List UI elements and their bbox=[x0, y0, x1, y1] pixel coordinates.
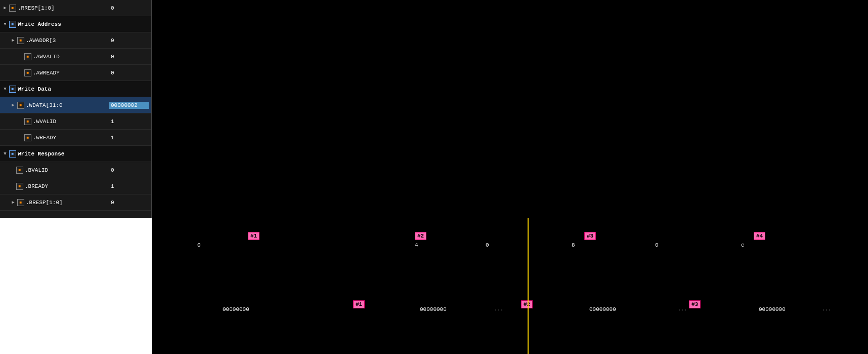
signal-icon-wready: ■ bbox=[24, 134, 31, 141]
signal-row-bready[interactable]: ■ .BREADY 1 bbox=[0, 178, 151, 194]
expand-icon-bresp[interactable]: ▶ bbox=[10, 200, 16, 206]
pink-label-wa2: #2 bbox=[415, 232, 426, 240]
signal-value-rresp: 0 bbox=[109, 5, 149, 11]
signal-row-wvalid[interactable]: ■ .WVALID 1 bbox=[0, 113, 151, 130]
signal-value-awready: 0 bbox=[109, 70, 149, 76]
signal-value-awvalid: 0 bbox=[109, 54, 149, 60]
signal-row-awaddr[interactable]: ▶ ■ .AWADDR[3 0 bbox=[0, 32, 151, 49]
wave-val-awaddr-0b: 0 bbox=[486, 242, 489, 248]
signal-value-bresp: 0 bbox=[109, 200, 149, 206]
wave-val-wdata-1: 00000000 bbox=[223, 306, 249, 312]
expand-icon-awaddr[interactable]: ▶ bbox=[10, 37, 16, 44]
expand-icon-write-data[interactable]: ▼ bbox=[2, 86, 8, 92]
expand-icon-write-address[interactable]: ▼ bbox=[2, 21, 8, 27]
signal-icon-bready: ■ bbox=[16, 183, 23, 190]
wave-val-wdata-2: 00000000 bbox=[420, 306, 447, 312]
expand-icon-write-response[interactable]: ▼ bbox=[2, 151, 8, 157]
signal-name-awready: .AWREADY bbox=[33, 70, 109, 76]
signal-icon-awready: ■ bbox=[24, 69, 31, 76]
signal-row-wready[interactable]: ■ .WREADY 1 bbox=[0, 130, 151, 146]
signal-icon-awaddr: ■ bbox=[17, 37, 24, 44]
signal-name-awaddr: .AWADDR[3 bbox=[26, 37, 109, 44]
signal-value-bready: 1 bbox=[109, 183, 149, 189]
wave-val-awaddr-4: 4 bbox=[415, 242, 418, 248]
signal-row-bvalid[interactable]: ■ .BVALID 0 bbox=[0, 162, 151, 178]
signal-name-bresp: .BRESP[1:0] bbox=[26, 200, 109, 206]
signal-row-write-address[interactable]: ▼ ■ Write Address bbox=[0, 16, 151, 32]
signal-icon-awvalid: ■ bbox=[24, 53, 31, 60]
signal-name-write-address: Write Address bbox=[18, 21, 109, 27]
signal-name-rresp: .RRESP[1:0] bbox=[18, 5, 109, 11]
expand-icon-rresp[interactable]: ▶ bbox=[2, 5, 8, 11]
signal-row-bresp[interactable]: ▶ ■ .BRESP[1:0] 0 bbox=[0, 194, 151, 211]
signal-row-wdata[interactable]: ▶ ■ .WDATA[31:0 00000002 bbox=[0, 97, 151, 113]
signal-row-write-response[interactable]: ▼ ■ Write Response bbox=[0, 146, 151, 162]
pink-label-wa3: #3 bbox=[584, 232, 596, 240]
signal-name-write-data: Write Data bbox=[18, 86, 109, 92]
wave-val-awaddr-8: 8 bbox=[572, 242, 575, 248]
signal-icon-wvalid: ■ bbox=[24, 118, 31, 125]
wave-val-awaddr-c: c bbox=[741, 242, 745, 248]
signal-row-awvalid[interactable]: ■ .AWVALID 0 bbox=[0, 49, 151, 65]
bottom-left-panel bbox=[0, 218, 152, 354]
signal-value-wready: 1 bbox=[109, 135, 149, 141]
signal-row-write-data[interactable]: ▼ ■ Write Data bbox=[0, 81, 151, 97]
wave-val-wdata-3: 00000000 bbox=[589, 306, 616, 312]
signal-icon-rresp: ■ bbox=[9, 5, 16, 12]
signal-icon-bresp: ■ bbox=[17, 199, 24, 206]
signal-name-bready: .BREADY bbox=[25, 183, 109, 189]
wave-val-wdata-dot2: ... bbox=[678, 306, 687, 312]
signal-name-bvalid: .BVALID bbox=[25, 167, 109, 173]
wave-val-awaddr-0a: 0 bbox=[197, 242, 201, 248]
signal-icon-write-address: ■ bbox=[9, 21, 16, 28]
pink-label-wd3: #3 bbox=[689, 300, 701, 308]
signal-name-write-response: Write Response bbox=[18, 151, 109, 157]
signal-value-bvalid: 0 bbox=[109, 167, 149, 173]
signal-icon-write-response: ■ bbox=[9, 150, 16, 158]
signal-row-rresp[interactable]: ▶ ■ .RRESP[1:0] 0 bbox=[0, 0, 151, 16]
wave-val-awaddr-0c: 0 bbox=[655, 242, 659, 248]
signal-name-wdata: .WDATA[31:0 bbox=[26, 102, 109, 108]
signal-name-wvalid: .WVALID bbox=[33, 119, 109, 125]
signal-icon-write-data: ■ bbox=[9, 86, 16, 93]
signal-value-wvalid: 1 bbox=[109, 119, 149, 125]
wave-val-wdata-dot3: ... bbox=[822, 306, 831, 312]
pink-label-wd1: #1 bbox=[353, 300, 365, 308]
signal-name-wready: .WREADY bbox=[33, 135, 109, 141]
signal-value-wdata: 00000002 bbox=[109, 102, 149, 109]
pink-label-wa1: #1 bbox=[248, 232, 259, 240]
cursor-line[interactable] bbox=[528, 218, 529, 354]
signal-icon-wdata: ■ bbox=[17, 102, 24, 109]
signal-icon-bvalid: ■ bbox=[16, 167, 23, 174]
pink-label-wa4: #4 bbox=[754, 232, 765, 240]
signal-value-awaddr: 0 bbox=[109, 37, 149, 44]
expand-icon-wdata[interactable]: ▶ bbox=[10, 102, 16, 108]
signal-list: ▶ ■ .RRESP[1:0] 0 ▼ ■ Write Address ▶ ■ … bbox=[0, 0, 152, 218]
wave-val-wdata-dot1: ... bbox=[494, 306, 503, 312]
wave-val-wdata-4: 00000000 bbox=[759, 306, 786, 312]
signal-name-awvalid: .AWVALID bbox=[33, 54, 109, 60]
signal-row-awready[interactable]: ■ .AWREADY 0 bbox=[0, 65, 151, 81]
pink-label-wd2: #2 bbox=[521, 300, 533, 308]
